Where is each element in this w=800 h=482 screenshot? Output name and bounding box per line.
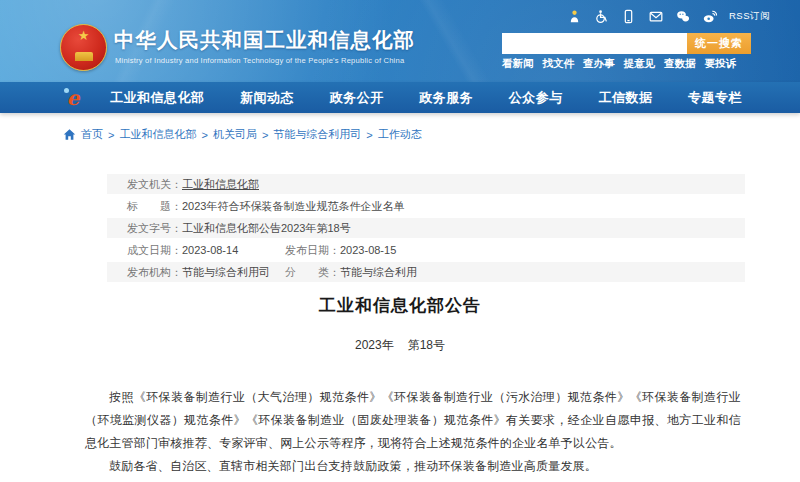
meta-value-title: 2023年符合环保装备制造业规范条件企业名单 xyxy=(182,199,404,214)
breadcrumb-home[interactable]: 首页 xyxy=(81,127,103,142)
miit-e-logo-icon[interactable]: e xyxy=(62,87,84,109)
meta-value-doc-number: 工业和信息化部公告2023年第18号 xyxy=(182,221,351,236)
quick-link-opinions[interactable]: 提意见 xyxy=(624,57,656,71)
breadcrumb-energy-dept[interactable]: 节能与综合利用司 xyxy=(273,127,361,142)
quick-link-files[interactable]: 找文件 xyxy=(543,57,575,71)
meta-value-category: 节能与综合利用 xyxy=(340,265,417,280)
site-header-banner: RSS订阅 ★ 中华人民共和国工业和信息化部 Ministry of Indus… xyxy=(0,0,800,82)
meta-label: 发文机关： xyxy=(127,177,182,192)
emblem-gate-icon xyxy=(75,52,93,61)
nav-item-special-topics[interactable]: 专题专栏 xyxy=(688,89,742,107)
breadcrumb-separator: > xyxy=(262,129,268,141)
document-meta-table: 发文机关： 工业和信息化部 标 题： 2023年符合环保装备制造业规范条件企业名… xyxy=(107,174,745,284)
rss-subscribe-link[interactable]: RSS订阅 xyxy=(729,10,770,23)
meta-label: 发文字号： xyxy=(127,221,182,236)
meta-value-written-date: 2023-08-14 xyxy=(182,244,238,256)
quick-link-news[interactable]: 看新闻 xyxy=(502,57,534,71)
national-emblem-graphic: ★ xyxy=(60,24,107,71)
announcement-body: 按照《环保装备制造行业（大气治理）规范条件》《环保装备制造行业（污水治理）规范条… xyxy=(85,386,741,478)
site-subtitle-english: Ministry of Industry and Information Tec… xyxy=(115,56,404,65)
doc-year: 2023年 xyxy=(355,338,394,352)
meta-row-publisher: 发布机构： 节能与综合利用司 分 类： 节能与综合利用 xyxy=(107,262,745,282)
unified-search: 统一搜索 xyxy=(502,33,751,54)
mobile-version-icon[interactable] xyxy=(621,8,637,24)
main-nav-bar: e 工业和信息化部 新闻动态 政务公开 政务服务 公众参与 工信数据 专题专栏 xyxy=(0,82,800,113)
breadcrumb-miit[interactable]: 工业和信息化部 xyxy=(119,127,196,142)
miit-announcement-page: RSS订阅 ★ 中华人民共和国工业和信息化部 Ministry of Indus… xyxy=(0,0,800,482)
meta-value-publisher: 节能与综合利用司 xyxy=(182,265,270,280)
meta-value-issuing-authority[interactable]: 工业和信息化部 xyxy=(182,177,259,192)
nav-item-gov-disclosure[interactable]: 政务公开 xyxy=(330,89,384,107)
meta-label: 分 类： xyxy=(285,265,340,280)
doc-number: 第18号 xyxy=(408,338,445,352)
sign-language-icon[interactable] xyxy=(567,8,583,24)
breadcrumb-separator: > xyxy=(201,129,207,141)
site-title[interactable]: 中华人民共和国工业和信息化部 xyxy=(114,26,415,54)
meta-label: 成文日期： xyxy=(127,243,182,258)
meta-label: 标 题： xyxy=(127,199,182,214)
quick-link-complaints[interactable]: 要投诉 xyxy=(705,57,737,71)
breadcrumb-separator: > xyxy=(366,129,372,141)
meta-label: 发布日期： xyxy=(285,243,340,258)
nav-items: 工业和信息化部 新闻动态 政务公开 政务服务 公众参与 工信数据 专题专栏 xyxy=(110,89,742,107)
body-paragraph-1: 按照《环保装备制造行业（大气治理）规范条件》《环保装备制造行业（污水治理）规范条… xyxy=(85,386,741,455)
wechat-icon[interactable] xyxy=(675,8,691,24)
meta-label: 发布机构： xyxy=(127,265,182,280)
nav-item-data[interactable]: 工信数据 xyxy=(598,89,652,107)
quick-link-services[interactable]: 查办事 xyxy=(583,57,615,71)
quick-link-data[interactable]: 查数据 xyxy=(664,57,696,71)
meta-row-doc-number: 发文字号： 工业和信息化部公告2023年第18号 xyxy=(107,218,745,238)
national-emblem[interactable]: ★ xyxy=(60,24,109,76)
wheelchair-accessibility-icon[interactable] xyxy=(594,8,610,24)
meta-row-issuing-authority: 发文机关： 工业和信息化部 xyxy=(107,174,745,194)
breadcrumb-separator: > xyxy=(108,129,114,141)
announcement-title: 工业和信息化部公告 xyxy=(0,294,800,317)
meta-row-dates: 成文日期： 2023-08-14 发布日期： 2023-08-15 xyxy=(107,240,745,260)
announcement-doc-number: 2023年第18号 xyxy=(0,337,800,354)
nav-item-public-participation[interactable]: 公众参与 xyxy=(509,89,563,107)
meta-value-publish-date: 2023-08-15 xyxy=(340,244,396,256)
nav-item-miit[interactable]: 工业和信息化部 xyxy=(110,89,205,107)
header-utility-icons: RSS订阅 xyxy=(567,8,770,24)
weibo-icon[interactable] xyxy=(702,8,718,24)
mail-icon[interactable] xyxy=(648,8,664,24)
search-input[interactable] xyxy=(502,33,687,54)
nav-item-gov-services[interactable]: 政务服务 xyxy=(419,89,473,107)
breadcrumb-work-updates[interactable]: 工作动态 xyxy=(378,127,422,142)
search-button[interactable]: 统一搜索 xyxy=(687,33,751,54)
breadcrumb: 首页 > 工业和信息化部 > 机关司局 > 节能与综合利用司 > 工作动态 xyxy=(63,127,422,142)
breadcrumb-departments[interactable]: 机关司局 xyxy=(213,127,257,142)
emblem-star-icon: ★ xyxy=(61,29,106,42)
search-quick-links: 看新闻 找文件 查办事 提意见 查数据 要投诉 xyxy=(502,57,736,71)
meta-row-title: 标 题： 2023年符合环保装备制造业规范条件企业名单 xyxy=(107,196,745,216)
body-paragraph-2: 鼓励各省、自治区、直辖市相关部门出台支持鼓励政策，推动环保装备制造业高质量发展。 xyxy=(85,455,741,478)
home-icon[interactable] xyxy=(63,128,76,141)
nav-item-news[interactable]: 新闻动态 xyxy=(240,89,294,107)
